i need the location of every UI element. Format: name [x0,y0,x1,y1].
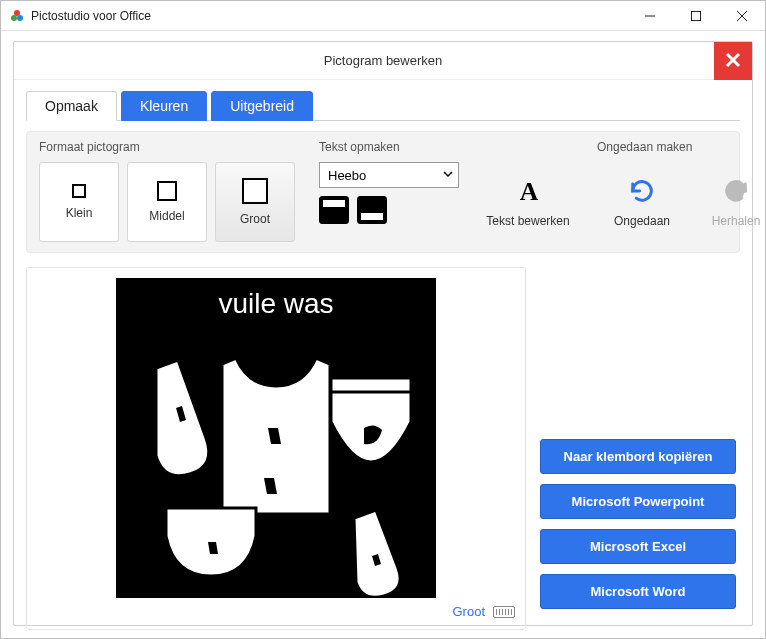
excel-button[interactable]: Microsoft Excel [540,529,736,564]
group-text: Tekst opmaken Heebo [319,140,459,242]
group-text-title: Tekst opmaken [319,140,459,154]
redo-icon [722,177,750,208]
size-large-button[interactable]: Groot [215,162,295,242]
window-controls [627,1,765,30]
svg-point-1 [11,15,17,21]
export-buttons: Naar klembord kopiëren Microsoft Powerpo… [540,439,736,609]
app-icon [9,8,25,24]
svg-rect-4 [692,11,701,20]
caption-bottom-icon [361,213,383,220]
panel-title: Pictogram bewerken [324,53,443,68]
size-small-button[interactable]: Klein [39,162,119,242]
titlebar: Pictostudio voor Office [1,1,765,31]
square-medium-icon [157,181,177,201]
keyboard-icon[interactable] [493,606,515,618]
copy-clipboard-button[interactable]: Naar klembord kopiëren [540,439,736,474]
font-select[interactable]: Heebo [319,162,459,188]
close-button[interactable] [719,1,765,30]
size-small-label: Klein [66,206,93,220]
panel-header: Pictogram bewerken [14,42,752,80]
undo-button[interactable]: Ongedaan [597,162,687,242]
panel-close-button[interactable] [714,42,752,80]
group-undo-title: Ongedaan maken [597,140,766,154]
word-button[interactable]: Microsoft Word [540,574,736,609]
caption-bottom-button[interactable] [357,196,387,224]
tab-opmaak[interactable]: Opmaak [26,91,117,121]
undo-label: Ongedaan [614,214,670,228]
pictogram-image [116,278,436,598]
square-small-icon [72,184,86,198]
chevron-down-icon [442,168,454,183]
caption-top-button[interactable] [319,196,349,224]
maximize-button[interactable] [673,1,719,30]
redo-label: Herhalen [712,214,761,228]
font-select-value: Heebo [328,168,366,183]
frame-size-label[interactable]: Groot [452,604,485,619]
size-medium-label: Middel [149,209,184,223]
tab-uitgebreid[interactable]: Uitgebreid [211,91,313,121]
group-size: Formaat pictogram Klein Middel Groot [39,140,295,242]
window-title: Pictostudio voor Office [31,9,627,23]
svg-text:A: A [520,177,539,205]
undo-icon [628,177,656,208]
group-undo: Ongedaan maken Ongedaan [597,140,766,242]
pictogram-frame: vuile was [26,267,526,630]
tabs: Opmaak Kleuren Uitgebreid [26,90,740,121]
tab-kleuren[interactable]: Kleuren [121,91,207,121]
pictogram-canvas[interactable]: vuile was [116,278,436,598]
svg-point-0 [14,10,20,16]
svg-point-2 [17,15,23,21]
redo-button[interactable]: Herhalen [691,162,766,242]
toolbar: Formaat pictogram Klein Middel Groot [26,131,740,253]
text-edit-icon: A [514,177,542,208]
editor-panel: Pictogram bewerken Opmaak Kleuren Uitgeb… [13,41,753,626]
size-medium-button[interactable]: Middel [127,162,207,242]
pictogram-caption: vuile was [116,288,436,320]
minimize-button[interactable] [627,1,673,30]
caption-top-icon [323,200,345,207]
group-textedit: A Tekst bewerken [483,140,573,242]
powerpoint-button[interactable]: Microsoft Powerpoint [540,484,736,519]
group-size-title: Formaat pictogram [39,140,295,154]
square-large-icon [242,178,268,204]
frame-footer: Groot [37,604,515,619]
close-icon [725,52,741,71]
size-large-label: Groot [240,212,270,226]
text-edit-button[interactable]: A Tekst bewerken [483,162,573,242]
text-edit-label: Tekst bewerken [486,214,569,228]
